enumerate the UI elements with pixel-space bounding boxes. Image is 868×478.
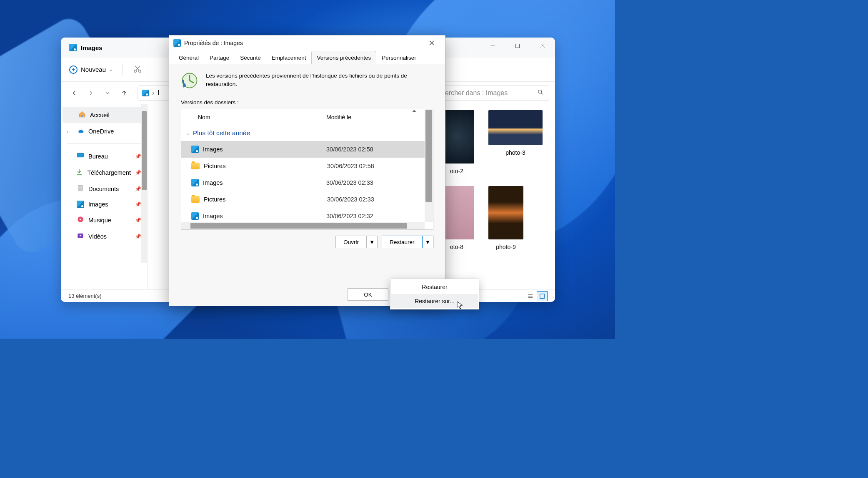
new-button[interactable]: + Nouveau ⌄: [69, 65, 113, 74]
description-text: Les versions précédentes proviennent de …: [206, 72, 433, 88]
version-row[interactable]: Images30/06/2023 02:58: [181, 141, 433, 158]
chevron-right-icon: ›: [67, 129, 73, 134]
svg-rect-1: [516, 44, 520, 48]
open-button[interactable]: Ouvrir: [335, 236, 367, 248]
list-group-header[interactable]: ⌄ Plus tôt cette année: [181, 125, 433, 141]
plus-icon: +: [69, 65, 78, 74]
explorer-title: Images: [81, 44, 103, 51]
row-date: 30/06/2023 02:32: [326, 213, 373, 219]
maximize-button[interactable]: [505, 38, 530, 54]
sidebar-item-videos[interactable]: Vidéos 📌: [61, 228, 147, 244]
col-modified-header[interactable]: Modifié le: [323, 114, 433, 121]
sidebar-item-images[interactable]: Images 📌: [61, 197, 147, 212]
tab-security[interactable]: Sécurité: [235, 51, 266, 64]
download-icon: [75, 168, 83, 177]
row-name: Images: [203, 213, 326, 219]
up-button[interactable]: [117, 86, 132, 101]
sidebar-label: Images: [88, 201, 108, 208]
pin-icon: 📌: [135, 217, 141, 223]
images-icon: [142, 90, 149, 96]
tab-location[interactable]: Emplacement: [266, 51, 312, 64]
row-date: 30/06/2023 02:33: [327, 196, 374, 203]
row-name: Pictures: [204, 163, 327, 169]
version-row[interactable]: Pictures30/06/2023 02:33: [181, 191, 433, 208]
restore-dropdown-menu: Restaurer Restaurer sur...: [390, 279, 479, 309]
images-icon: [69, 44, 77, 51]
sidebar-item-music[interactable]: Musique 📌: [61, 212, 147, 228]
version-row[interactable]: Pictures30/06/2023 02:58: [181, 158, 433, 174]
tab-sharing[interactable]: Partage: [204, 51, 235, 64]
sidebar-label: Bureau: [88, 153, 108, 160]
images-icon: [191, 146, 199, 153]
sidebar-item-onedrive[interactable]: › OneDrive: [61, 123, 147, 139]
sidebar-item-bureau[interactable]: Bureau 📌: [61, 148, 147, 164]
chevron-right-icon: ›: [152, 89, 154, 97]
sidebar-item-downloads[interactable]: Téléchargement 📌: [61, 164, 147, 181]
pin-icon: 📌: [135, 153, 141, 159]
desktop-icon: [77, 152, 84, 161]
pin-icon: 📌: [135, 170, 141, 176]
svg-point-8: [538, 90, 542, 93]
tab-previous-versions[interactable]: Versions précédentes: [311, 51, 376, 64]
sidebar-scrollbar[interactable]: [141, 104, 147, 263]
chevron-down-icon: ⌄: [109, 67, 113, 72]
tab-general[interactable]: Général: [173, 51, 204, 64]
list-scrollbar-v[interactable]: [425, 109, 433, 222]
row-date: 30/06/2023 02:33: [326, 179, 373, 186]
version-row[interactable]: Images30/06/2023 02:33: [181, 174, 433, 191]
sidebar-item-home[interactable]: Accueil: [63, 107, 145, 123]
videos-icon: [77, 232, 84, 241]
view-details-button[interactable]: [525, 291, 536, 301]
row-date: 30/06/2023 02:58: [326, 146, 373, 153]
properties-titlebar[interactable]: Propriétés de : Images: [169, 35, 445, 50]
svg-rect-22: [540, 294, 545, 298]
menu-item-restore[interactable]: Restaurer: [391, 280, 478, 294]
thumb-label: oto-2: [450, 168, 463, 174]
search-input[interactable]: chercher dans : Images: [433, 86, 549, 101]
images-icon: [191, 179, 199, 186]
images-icon: [173, 39, 181, 47]
menu-item-restore-to[interactable]: Restaurer sur...: [391, 294, 478, 308]
status-text: 13 élément(s): [68, 293, 101, 299]
folder-icon: [191, 163, 200, 169]
list-label: Versions des dossiers :: [181, 99, 433, 106]
cut-icon[interactable]: [133, 64, 142, 75]
sidebar-label: Documents: [88, 186, 119, 192]
row-date: 30/06/2023 02:58: [327, 163, 374, 169]
pin-icon: 📌: [135, 234, 141, 239]
file-thumb[interactable]: photo-9: [488, 186, 523, 250]
restore-button[interactable]: Restaurer: [382, 236, 422, 248]
address-crumb: I: [158, 89, 159, 97]
back-button[interactable]: [67, 86, 82, 101]
forward-button[interactable]: [83, 86, 98, 101]
thumb-label: oto-8: [450, 244, 463, 250]
row-name: Images: [203, 179, 326, 186]
list-header: Nom Modifié le: [181, 109, 433, 125]
svg-rect-11: [78, 153, 84, 157]
explorer-sidebar: Accueil › OneDrive Bureau 📌 Téléchargeme…: [61, 104, 148, 289]
close-button[interactable]: [423, 37, 441, 49]
file-thumb[interactable]: photo-3: [488, 110, 543, 174]
minimize-button[interactable]: [480, 38, 505, 54]
tab-customize[interactable]: Personnaliser: [376, 51, 422, 64]
svg-line-6: [136, 65, 140, 70]
versions-list: Nom Modifié le ⌄ Plus tôt cette année Im…: [181, 109, 433, 230]
search-icon: [537, 89, 544, 97]
view-thumbs-button[interactable]: [537, 291, 548, 301]
group-label: Plus tôt cette année: [193, 129, 250, 137]
images-icon: [77, 201, 84, 208]
recent-dropdown[interactable]: [100, 86, 115, 101]
row-name: Images: [203, 146, 326, 153]
ok-button[interactable]: OK: [348, 288, 388, 301]
open-dropdown[interactable]: ▼: [367, 236, 378, 248]
onedrive-icon: [77, 127, 84, 136]
close-button[interactable]: [530, 38, 555, 54]
row-name: Pictures: [204, 196, 327, 203]
list-scrollbar-h[interactable]: [181, 222, 425, 229]
sidebar-item-documents[interactable]: Documents 📌: [61, 181, 147, 197]
music-icon: [77, 216, 84, 224]
col-name-header[interactable]: Nom: [181, 114, 323, 121]
dialog-title: Propriétés de : Images: [184, 40, 243, 46]
images-icon: [191, 212, 199, 220]
restore-dropdown[interactable]: ▼: [423, 236, 433, 248]
